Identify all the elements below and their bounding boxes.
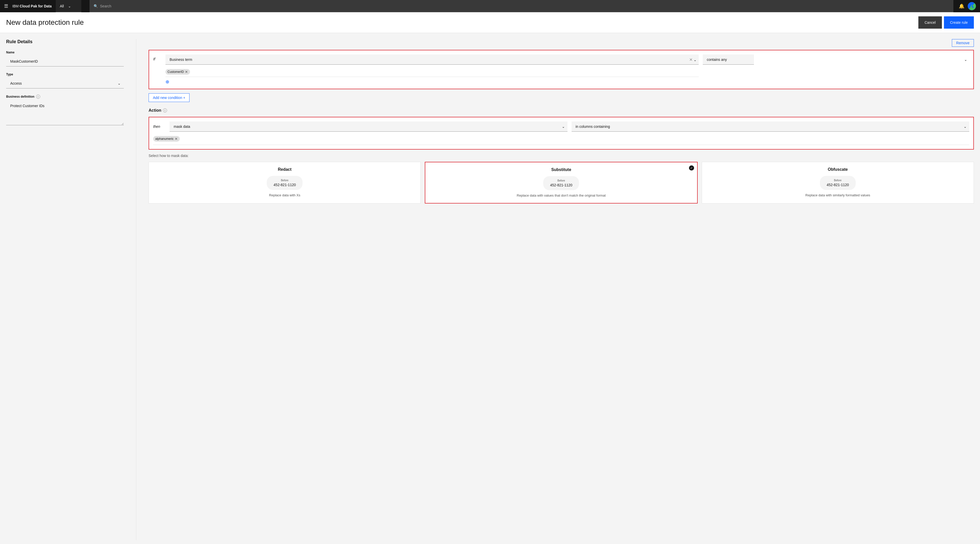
substitute-description: Replace data with values that don't matc…	[517, 193, 606, 198]
substitute-before-label: Before	[547, 179, 575, 182]
obfuscate-title: Obfuscate	[828, 167, 848, 172]
name-label: Name	[6, 51, 124, 54]
in-columns-select[interactable]: in columns containing in all columns	[571, 121, 969, 132]
remove-container: Remove	[149, 39, 974, 47]
page-header: New data protection rule Cancel Create r…	[0, 12, 980, 33]
substitute-preview: Before 452-821-1120	[543, 176, 579, 190]
avatar[interactable]	[968, 2, 976, 10]
substitute-title: Substitute	[551, 167, 571, 172]
main-content: Rule Details Name Type Access Data Maski…	[0, 33, 980, 544]
type-select-wrapper: Access Data Masking Data Filtering ⌄	[6, 78, 124, 89]
cancel-button[interactable]: Cancel	[918, 16, 942, 29]
business-def-label: Business definition i	[6, 95, 124, 99]
obfuscate-description: Replace data with similarly formatted va…	[805, 193, 870, 198]
substitute-card[interactable]: ✓ Substitute Before 452-821-1120 Replace…	[425, 162, 697, 203]
redact-before-label: Before	[271, 179, 298, 182]
obfuscate-card[interactable]: Obfuscate Before 452-821-1120 Replace da…	[702, 162, 974, 203]
header-actions: Cancel Create rule	[918, 16, 974, 29]
condition-box: If Business term Data class Tag ✕	[149, 50, 974, 89]
clear-term-icon[interactable]: ✕	[689, 57, 692, 62]
page-title: New data protection rule	[6, 18, 84, 27]
search-input[interactable]	[100, 4, 949, 8]
redact-description: Replace data with Xs	[269, 193, 300, 198]
tag-label: CustomerID	[167, 70, 184, 74]
alphanumeric-tag: alphanumeric ✕	[153, 136, 180, 142]
business-def-textarea[interactable]: Protect Customer IDs	[6, 101, 124, 125]
search-type-dropdown[interactable]: All ⌄	[56, 0, 81, 12]
redact-card[interactable]: Redact Before 452-821-1120 Replace data …	[149, 162, 421, 203]
obfuscate-before-label: Before	[824, 179, 852, 182]
customer-id-tag: CustomerID ✕	[165, 69, 190, 75]
alphanumeric-tag-label: alphanumeric	[155, 137, 173, 141]
left-panel: Rule Details Name Type Access Data Maski…	[6, 39, 124, 540]
add-condition-button[interactable]: Add new condition +	[149, 93, 189, 102]
selected-check-icon: ✓	[689, 165, 694, 171]
topnav: ☰ IBM Cloud Pak for Data All ⌄ 🔍 🔔	[0, 0, 980, 12]
dropdown-chevron-icon: ⌄	[68, 4, 71, 8]
name-input[interactable]	[6, 56, 124, 67]
obfuscate-preview: Before 452-821-1120	[820, 176, 856, 190]
redact-preview-value: 452-821-1120	[271, 183, 298, 187]
business-def-info-icon[interactable]: i	[36, 95, 40, 99]
in-columns-field: in columns containing in all columns ⌄	[571, 121, 969, 132]
type-label: Type	[6, 73, 124, 76]
business-term-select[interactable]: Business term Data class Tag	[165, 54, 699, 65]
contains-chevron-icon[interactable]: ⌄	[964, 57, 967, 62]
type-select[interactable]: Access Data Masking Data Filtering	[6, 78, 124, 89]
remove-button[interactable]: Remove	[952, 39, 974, 47]
topnav-icons: 🔔	[958, 2, 976, 10]
substitute-preview-value: 452-821-1120	[547, 183, 575, 187]
select-mask-label: Select how to mask data:	[149, 154, 974, 158]
obfuscate-preview-value: 452-821-1120	[824, 183, 852, 187]
action-info-icon[interactable]: i	[163, 108, 167, 113]
search-bar[interactable]: 🔍	[89, 0, 953, 12]
business-term-field: Business term Data class Tag ✕ ⌄ C	[165, 54, 699, 85]
contains-any-field: contains any contains all does not conta…	[703, 54, 969, 65]
add-icon: ⊕	[165, 79, 169, 85]
masking-cards: Redact Before 452-821-1120 Replace data …	[149, 162, 974, 203]
create-rule-button[interactable]: Create rule	[944, 16, 974, 29]
search-icon: 🔍	[94, 4, 98, 8]
hamburger-icon[interactable]: ☰	[4, 3, 8, 9]
business-term-select-wrapper: Business term Data class Tag ✕ ⌄	[165, 54, 699, 65]
action-tag-area: alphanumeric ✕	[153, 135, 969, 145]
term-chevron-icon[interactable]: ⌄	[694, 57, 697, 62]
right-panel: Remove If Business term Data class Tag	[149, 39, 974, 540]
contains-any-select[interactable]: contains any contains all does not conta…	[703, 54, 754, 65]
action-box: then mask data deny access filter rows ⌄…	[149, 117, 974, 149]
mask-data-field: mask data deny access filter rows ⌄	[170, 121, 568, 132]
mask-data-select[interactable]: mask data deny access filter rows	[170, 121, 568, 132]
redact-preview: Before 452-821-1120	[267, 176, 302, 190]
term-tag-area: CustomerID ✕	[165, 67, 699, 77]
name-group: Name	[6, 51, 124, 67]
condition-select-icons: ✕ ⌄	[689, 57, 697, 62]
rule-details-title: Rule Details	[6, 39, 124, 44]
then-label: then	[153, 124, 165, 128]
add-value-button[interactable]: ⊕	[165, 79, 699, 85]
action-row: then mask data deny access filter rows ⌄…	[153, 121, 969, 132]
business-def-group: Business definition i Protect Customer I…	[6, 95, 124, 126]
notification-icon[interactable]: 🔔	[958, 2, 966, 10]
contains-select-icons: ⌄	[964, 57, 967, 62]
condition-fields: Business term Data class Tag ✕ ⌄ C	[165, 54, 969, 85]
action-title: Action i	[149, 108, 974, 113]
tag-close-icon[interactable]: ✕	[185, 70, 188, 74]
type-group: Type Access Data Masking Data Filtering …	[6, 73, 124, 89]
alphanumeric-tag-close[interactable]: ✕	[175, 137, 178, 141]
condition-row: If Business term Data class Tag ✕	[153, 54, 969, 85]
redact-title: Redact	[278, 167, 291, 172]
brand-name: IBM Cloud Pak for Data	[12, 4, 52, 8]
if-label: If	[153, 54, 161, 61]
